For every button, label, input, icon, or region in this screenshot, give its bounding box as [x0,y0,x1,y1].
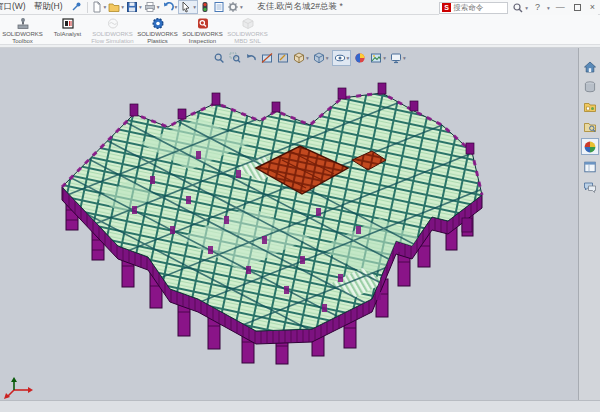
titlebar-right: S ▾ ? ▾ — × [439,0,598,15]
view-settings-icon[interactable]: ▾ [389,51,407,65]
ribbon-button-inspection[interactable]: SOLIDWORKS Inspection [180,15,225,44]
ribbon-button-tolanalyst[interactable]: TolAnalyst [45,15,90,38]
restore-button[interactable] [574,4,581,11]
dropdown-arrow-icon: ▾ [547,5,550,11]
appearances-scenes-icon[interactable] [581,138,599,155]
headsup-view-toolbar: ▾ ▾ ▾ ▾ ▾ [212,50,407,66]
mbd-snl-icon [225,17,270,30]
file-explorer-icon[interactable] [581,118,599,135]
search-magnifier-icon[interactable]: ▾ [511,1,529,15]
titlebar: 窗口(W) 帮助(H) ▾ ▾ ▾ ▾ [0,0,600,15]
ribbon-button-label: SOLIDWORKS Flow Simulation [90,31,135,44]
options-gear-icon[interactable]: ▾ [226,0,244,14]
tolanalyst-icon [45,17,90,30]
edit-appearance-icon[interactable] [353,51,367,65]
annotation-view-icon[interactable] [276,51,290,65]
ribbon-button-mbd-snl: SOLIDWORKS MBD SNL [225,15,270,44]
dropdown-arrow-icon: ▾ [139,4,142,10]
ribbon-button-label: SOLIDWORKS Plastics [135,31,180,44]
undo-icon[interactable]: ▾ [161,0,179,14]
rebuild-icon[interactable] [198,0,212,14]
solidworks-window: 窗口(W) 帮助(H) ▾ ▾ ▾ ▾ [0,0,600,412]
dropdown-arrow-icon: ▾ [383,55,386,61]
section-view-icon[interactable] [260,51,274,65]
custom-properties-icon[interactable] [581,158,599,175]
task-pane [578,48,600,400]
zoom-to-area-icon[interactable] [228,51,242,65]
command-search-box: S [439,2,508,14]
solidworks-logo-icon: S [442,3,451,12]
previous-view-icon[interactable] [244,51,258,65]
help-button[interactable]: ? [532,0,543,15]
design-library-icon[interactable] [581,98,599,115]
print-icon[interactable]: ▾ [143,0,161,14]
dropdown-arrow-icon: ▾ [306,55,309,61]
apply-scene-icon[interactable]: ▾ [369,51,387,65]
file-properties-icon[interactable] [212,0,226,14]
dropdown-arrow-icon: ▾ [326,55,329,61]
model-canvas[interactable] [0,48,600,400]
save-icon[interactable]: ▾ [125,0,143,14]
display-style-icon[interactable]: ▾ [312,51,330,65]
ribbon-bottom-strip [0,45,600,48]
ribbon-button-toolbox[interactable]: SOLIDWORKS Toolbox [0,15,45,44]
divider [87,2,88,13]
dropdown-arrow-icon: ▾ [104,4,107,10]
minimize-button[interactable]: — [553,0,568,15]
home-icon[interactable] [581,58,599,75]
dropdown-arrow-icon: ▾ [175,4,178,10]
dropdown-arrow-icon: ▾ [403,55,406,61]
dropdown-arrow-icon: ▾ [193,4,196,10]
menu-help[interactable]: 帮助(H) [30,1,67,13]
solidworks-resources-icon[interactable] [581,78,599,95]
pin-menu-icon[interactable] [70,1,82,13]
ribbon-button-label: TolAnalyst [45,31,90,38]
menu-window[interactable]: 窗口(W) [0,1,30,13]
command-search-input[interactable] [453,3,505,12]
open-file-icon[interactable]: ▾ [107,0,125,14]
ribbon-button-flow-simulation: SOLIDWORKS Flow Simulation [90,15,135,44]
origin-triad [4,377,33,399]
ribbon-button-label: SOLIDWORKS Inspection [180,31,225,44]
dropdown-arrow-icon: ▾ [157,4,160,10]
toolbox-icon [0,17,45,30]
hide-show-items-icon[interactable]: ▾ [332,50,352,66]
view-orientation-icon[interactable]: ▾ [292,51,310,65]
dropdown-arrow-icon: ▾ [121,4,124,10]
inspection-icon [180,17,225,30]
quick-access-toolbar: ▾ ▾ ▾ ▾ ▾ ▾ [90,0,244,15]
close-button[interactable]: × [587,0,598,15]
model-3d[interactable] [60,48,500,400]
flow-simulation-icon [90,17,135,30]
ribbon-button-label: SOLIDWORKS Toolbox [0,31,45,44]
ribbon-button-label: SOLIDWORKS MBD SNL [225,31,270,44]
solidworks-forum-icon[interactable] [581,178,599,195]
zoom-to-fit-icon[interactable] [212,51,226,65]
new-file-icon[interactable]: ▾ [90,0,108,14]
select-cursor-icon[interactable]: ▾ [178,0,198,14]
commandmanager-ribbon: SOLIDWORKS Toolbox TolAnalyst SOLIDWORKS… [0,15,600,45]
dropdown-arrow-icon: ▾ [240,4,243,10]
plastics-icon [135,17,180,30]
dropdown-arrow-icon: ▾ [525,5,528,11]
status-bar [0,400,600,412]
graphics-viewport[interactable]: ▾ ▾ ▾ ▾ ▾ [0,48,600,400]
ribbon-button-plastics[interactable]: SOLIDWORKS Plastics [135,15,180,44]
dropdown-arrow-icon: ▾ [347,55,350,61]
